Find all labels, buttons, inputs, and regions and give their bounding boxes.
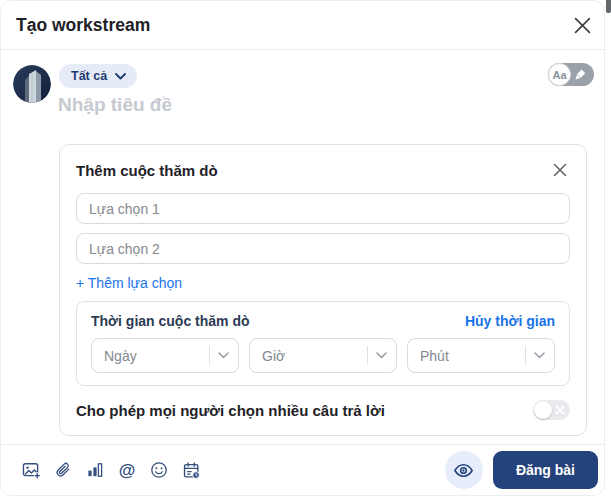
add-image-button[interactable]: [19, 458, 43, 482]
remove-poll-button[interactable]: [550, 160, 570, 180]
paperclip-icon: [54, 461, 72, 479]
plain-text-badge: Aa: [548, 63, 571, 86]
calendar-schedule-icon: [182, 461, 201, 480]
smiley-icon: [150, 461, 168, 479]
audience-label: Tất cả: [71, 69, 107, 83]
day-select[interactable]: Ngày: [91, 338, 239, 373]
schedule-button[interactable]: [179, 458, 203, 482]
toggle-off-x-icon: [555, 405, 565, 415]
poll-button[interactable]: [83, 458, 107, 482]
preview-button[interactable]: [445, 451, 483, 489]
post-title-input[interactable]: [58, 94, 528, 116]
day-select-placeholder: Ngày: [104, 348, 137, 364]
poll-option-2-input[interactable]: [76, 233, 570, 264]
minute-select-placeholder: Phút: [420, 348, 449, 364]
create-workstream-dialog: Tạo workstream: [0, 0, 605, 496]
submit-area: Đăng bài: [445, 451, 598, 489]
close-icon: [574, 17, 591, 34]
dialog-header: Tạo workstream: [1, 1, 604, 50]
chevron-down-icon: [218, 352, 229, 359]
poll-card: Thêm cuộc thăm dò + Thêm lựa chọn Thời g…: [59, 144, 587, 436]
mention-button[interactable]: @: [115, 458, 139, 482]
poll-option-1-input[interactable]: [76, 193, 570, 224]
close-dialog-button[interactable]: [571, 14, 594, 37]
toggle-knob: [534, 401, 552, 419]
bar-chart-icon: [86, 461, 104, 479]
publish-button[interactable]: Đăng bài: [493, 451, 598, 489]
poll-duration-title: Thời gian cuộc thăm dò: [91, 313, 250, 329]
image-add-icon: [22, 461, 41, 480]
poll-duration-selects: Ngày Giờ Phút: [91, 338, 555, 373]
poll-card-header: Thêm cuộc thăm dò: [76, 160, 570, 180]
emoji-button[interactable]: [147, 458, 171, 482]
hour-select-placeholder: Giờ: [262, 348, 285, 364]
close-icon: [553, 163, 567, 177]
poll-title: Thêm cuộc thăm dò: [76, 162, 218, 179]
brush-icon: [574, 68, 587, 81]
select-divider: [525, 346, 526, 365]
chevron-down-icon: [115, 73, 126, 80]
at-sign-icon: @: [119, 462, 136, 479]
page-scrollbar-fragment: [606, 0, 611, 13]
multiple-answers-row: Cho phép mọi người chọn nhiều câu trả lờ…: [76, 400, 570, 420]
hour-select[interactable]: Giờ: [249, 338, 397, 373]
text-style-toggle[interactable]: Aa: [548, 63, 594, 86]
poll-duration-header: Thời gian cuộc thăm dò Hủy thời gian: [91, 313, 555, 329]
cancel-duration-link[interactable]: Hủy thời gian: [465, 313, 555, 329]
chevron-down-icon: [534, 352, 545, 359]
select-divider: [367, 346, 368, 365]
chevron-down-icon: [376, 352, 387, 359]
attach-file-button[interactable]: [51, 458, 75, 482]
add-option-link[interactable]: + Thêm lựa chọn: [76, 275, 182, 291]
poll-duration-card: Thời gian cuộc thăm dò Hủy thời gian Ngà…: [76, 301, 570, 386]
audience-selector[interactable]: Tất cả: [59, 64, 137, 88]
dialog-title: Tạo workstream: [16, 15, 150, 36]
multiple-answers-toggle[interactable]: [533, 400, 570, 420]
avatar: [13, 65, 51, 103]
attachment-tools: @: [19, 458, 203, 482]
select-divider: [209, 346, 210, 365]
minute-select[interactable]: Phút: [407, 338, 555, 373]
dialog-body: Tất cả Aa Thêm cuộc thăm dò: [1, 50, 604, 444]
eye-icon: [453, 460, 474, 481]
composer-toolbar: @: [1, 444, 604, 495]
multiple-answers-label: Cho phép mọi người chọn nhiều câu trả lờ…: [76, 402, 385, 419]
